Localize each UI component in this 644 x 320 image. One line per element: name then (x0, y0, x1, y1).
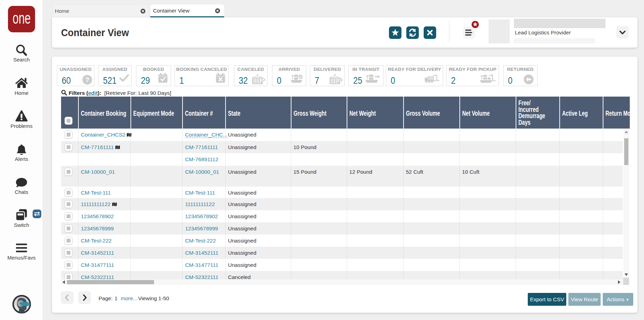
svg-text:?: ? (85, 76, 90, 83)
